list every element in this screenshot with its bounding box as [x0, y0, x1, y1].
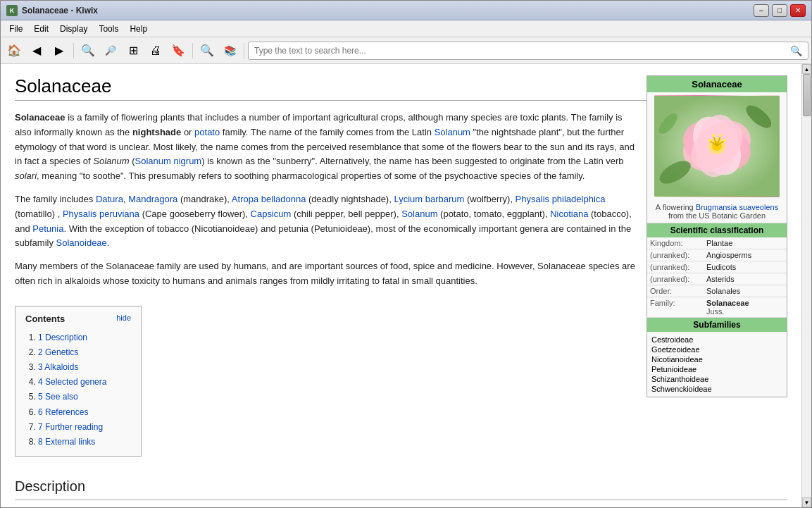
svg-point-13: [708, 139, 711, 142]
app-icon: K: [6, 5, 18, 16]
toc-link-2[interactable]: 2 Genetics: [38, 347, 78, 357]
window: K Solanaceae - Kiwix – □ ✕ File Edit Dis…: [0, 0, 812, 508]
toc-hide-button[interactable]: hide: [116, 312, 131, 327]
solanum-nigrum-link[interactable]: Solanum nigrum: [135, 156, 202, 166]
back-button[interactable]: ◀: [26, 41, 47, 61]
infobox-label-unranked3: (unranked):: [650, 275, 706, 283]
solanum-link2[interactable]: Solanum: [401, 209, 437, 219]
search-box: 🔍: [248, 42, 808, 60]
zoom-out-button[interactable]: 🔎: [100, 41, 121, 61]
find-button[interactable]: 🔍: [196, 41, 218, 61]
search-icon: 🔍: [790, 45, 802, 56]
toc-item-3: 3 Alkaloids: [38, 361, 131, 374]
menu-help[interactable]: Help: [124, 23, 153, 35]
infobox-row-unranked1: (unranked): Angiosperms: [647, 249, 787, 261]
toc-link-5[interactable]: 5 See also: [38, 392, 78, 402]
infobox-value-order: Solanales: [706, 287, 740, 295]
print-button[interactable]: 🖨: [145, 41, 166, 61]
content-area: Solanaceae: [1, 64, 811, 507]
infobox-family-author: Juss.: [650, 307, 784, 316]
physalis-link[interactable]: Physalis philadelphica: [516, 194, 606, 204]
solari-italic: solari: [15, 171, 37, 181]
forward-button[interactable]: ▶: [49, 41, 70, 61]
solanum-italic: Solanum: [93, 156, 129, 166]
toc-link-4[interactable]: 4 Selected genera: [38, 377, 106, 387]
infobox-value-family: Solanaceae: [706, 299, 749, 307]
infobox-label-order: Order:: [650, 287, 706, 295]
infobox-row-family: Family: Solanaceae Juss.: [647, 297, 787, 318]
scrollbar-up-arrow[interactable]: ▲: [802, 64, 811, 74]
resize-button[interactable]: ⊞: [123, 41, 144, 61]
infobox-image: [654, 95, 780, 197]
window-title: Solanaceae - Kiwix: [22, 6, 98, 16]
infobox-row-kingdom: Kingdom: Plantae: [647, 237, 787, 249]
solanum-link[interactable]: Solanum: [435, 127, 470, 137]
table-of-contents: Contents hide 1 Description 2 Genetics 3…: [15, 306, 142, 457]
infobox-label-family: Family:: [650, 299, 706, 307]
toc-link-6[interactable]: 6 References: [38, 407, 88, 417]
petunia-link[interactable]: Petunia: [32, 223, 63, 234]
toc-item-5: 5 See also: [38, 390, 131, 404]
svg-point-9: [712, 134, 715, 137]
minimize-button[interactable]: –: [754, 4, 769, 17]
infobox: Solanaceae: [647, 75, 787, 397]
toc-link-1[interactable]: 1 Description: [38, 333, 87, 342]
bookmark-button[interactable]: 🔖: [168, 41, 189, 61]
infobox-label-kingdom: Kingdom:: [650, 239, 706, 247]
potato-link[interactable]: potato: [194, 127, 220, 137]
toolbar: 🏠 ◀ ▶ 🔍 🔎 ⊞ 🖨 🔖 🔍 📚 🔍: [1, 37, 811, 64]
subfamily-2: Goetzeoideae: [650, 345, 784, 354]
scrollbar-down-arrow[interactable]: ▼: [802, 497, 811, 507]
toc-item-6: 6 References: [38, 406, 131, 419]
main-content: Solanaceae: [1, 64, 801, 507]
toc-list: 1 Description 2 Genetics 3 Alkaloids 4 S…: [25, 331, 131, 450]
menu-file[interactable]: File: [4, 23, 28, 35]
svg-point-15: [723, 139, 726, 142]
mandragora-link[interactable]: Mandragora: [128, 194, 177, 204]
close-button[interactable]: ✕: [790, 4, 806, 17]
solanaceae-bold: Solanaceae: [15, 112, 65, 123]
toc-item-1: 1 Description: [38, 331, 131, 345]
home-button[interactable]: 🏠: [4, 41, 25, 61]
infobox-title: Solanaceae: [647, 76, 787, 92]
svg-point-11: [719, 134, 722, 137]
subfamily-3: Nicotianoideae: [650, 354, 784, 364]
titlebar: K Solanaceae - Kiwix – □ ✕: [1, 1, 811, 20]
toc-item-2: 2 Genetics: [38, 346, 131, 359]
description-heading: Description: [15, 475, 787, 500]
infobox-caption: A flowering Brugmansia suaveolens from t…: [647, 200, 787, 223]
menu-tools[interactable]: Tools: [93, 23, 124, 35]
titlebar-controls: – □ ✕: [754, 4, 806, 17]
infobox-subfamilies: Cestroideae Goetzeoideae Nicotianoideae …: [647, 332, 787, 397]
menu-edit[interactable]: Edit: [28, 23, 54, 35]
search-input[interactable]: [254, 46, 790, 56]
scrollbar-thumb[interactable]: [803, 74, 811, 116]
datura-link[interactable]: Datura: [96, 194, 123, 204]
lycium-link[interactable]: Lycium barbarum: [394, 194, 464, 204]
infobox-label-unranked1: (unranked):: [650, 251, 706, 259]
physalis-peru-link[interactable]: Physalis peruviana: [63, 209, 139, 219]
library-button[interactable]: 📚: [219, 41, 240, 61]
toolbar-separator-3: [244, 43, 244, 58]
subfamily-6: Schwenckioideae: [650, 384, 784, 394]
infobox-row-unranked2: (unranked): Eudicots: [647, 261, 787, 273]
titlebar-left: K Solanaceae - Kiwix: [6, 5, 98, 16]
infobox-row-unranked3: (unranked): Asterids: [647, 273, 787, 285]
toolbar-separator-1: [73, 43, 74, 58]
subfamily-4: Petunioideae: [650, 364, 784, 374]
toc-link-3[interactable]: 3 Alkaloids: [38, 362, 78, 372]
scrollbar-track[interactable]: [802, 74, 811, 497]
infobox-classification-title: Scientific classification: [647, 223, 787, 237]
zoom-in-button[interactable]: 🔍: [77, 41, 99, 61]
atropa-link[interactable]: Atropa belladonna: [232, 194, 306, 204]
maximize-button[interactable]: □: [772, 4, 787, 17]
toc-link-7[interactable]: 7 Further reading: [38, 422, 103, 432]
solanoideae-link[interactable]: Solanoideae: [56, 237, 107, 248]
toc-link-8[interactable]: 8 External links: [38, 437, 95, 447]
description-paragraph: Solanaceae plants may take the form of h…: [15, 506, 787, 507]
menu-display[interactable]: Display: [54, 23, 93, 35]
nicotiana-link[interactable]: Nicotiana: [550, 209, 588, 219]
brugmansia-link[interactable]: Brugmansia suaveolens: [696, 203, 778, 211]
capsicum-link[interactable]: Capsicum: [251, 209, 292, 219]
toc-title: Contents hide: [25, 312, 131, 327]
